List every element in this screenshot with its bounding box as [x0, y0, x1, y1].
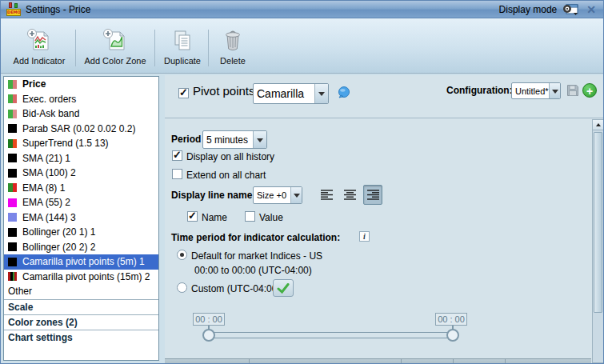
save-configuration-icon[interactable] — [566, 84, 579, 100]
toolbar-separator — [75, 30, 76, 66]
indicator-settings-panel: Pivot points Camarilla Configuration: Un… — [165, 75, 603, 363]
info-icon[interactable]: i — [359, 231, 370, 242]
indicator-color-icon — [8, 213, 17, 222]
sidebar-item[interactable]: Exec. orders — [4, 92, 158, 107]
slider-start-handle[interactable] — [202, 329, 215, 342]
custom-time-label: Custom (UTC-04:00) — [191, 283, 280, 294]
add-configuration-button[interactable] — [582, 83, 597, 98]
sidebar-item-label: SuperTrend (1.5 13) — [22, 138, 109, 149]
chevron-down-icon[interactable] — [290, 187, 302, 203]
toolbar-separator — [208, 30, 209, 66]
sidebar-item[interactable]: EMA (8) 1 — [4, 181, 158, 196]
indicator-color-icon — [8, 198, 17, 207]
default-market-hours: 00:00 to 00:00 (UTC-04:00) — [194, 265, 312, 276]
add-indicator-button[interactable]: Add Indicator — [7, 22, 71, 70]
scrollbar-up-button[interactable] — [593, 120, 603, 130]
indicator-color-icon — [8, 242, 17, 251]
sidebar-item[interactable]: EMA (144) 3 — [4, 210, 158, 226]
indicator-color-icon — [8, 228, 17, 237]
indicator-color-icon — [8, 169, 17, 178]
indicator-list-panel: PriceExec. ordersBid-Ask bandParab SAR (… — [3, 76, 159, 361]
pivot-type-select[interactable]: Camarilla — [253, 83, 329, 104]
title-bar: DEMO Settings - Price Display mode ✕ — [1, 1, 603, 18]
settings-window: DEMO Settings - Price Display mode ✕ — [0, 0, 604, 364]
delete-button[interactable]: Delete — [212, 22, 254, 70]
sidebar-item[interactable]: SMA (21) 1 — [4, 151, 158, 166]
close-icon[interactable]: ✕ — [585, 4, 598, 15]
align-left-button[interactable] — [317, 185, 336, 205]
sidebar-item[interactable]: Bollinger (20 2) 2 — [4, 240, 158, 255]
sidebar-section-color-zones-2-[interactable]: Color zones (2) — [4, 314, 158, 330]
chevron-down-icon[interactable] — [253, 131, 266, 148]
duplicate-icon — [170, 22, 194, 54]
indicator-color-icon — [8, 80, 17, 89]
duplicate-button[interactable]: Duplicate — [160, 22, 205, 70]
comment-balloon-icon[interactable] — [338, 86, 350, 102]
sidebar-item-label: Bollinger (20 2) 2 — [22, 242, 95, 253]
sidebar-section-chart-settings[interactable]: Chart settings — [4, 330, 158, 345]
value-checkbox[interactable] — [245, 211, 255, 222]
sidebar-item[interactable]: Bollinger (20 1) 1 — [4, 225, 158, 240]
font-size-value: Size +0 — [254, 190, 290, 200]
slider-end-handle[interactable] — [446, 329, 459, 342]
slider-start-time[interactable]: 00 : 00 — [193, 313, 225, 326]
add-color-zone-button[interactable]: Add Color Zone — [82, 22, 149, 70]
sidebar-item-label: Bid-Ask band — [22, 108, 79, 119]
sidebar-item[interactable]: Camarilla pivot points (15m) 2 — [4, 270, 158, 285]
sidebar-item[interactable]: Bid-Ask band — [4, 106, 158, 122]
display-mode-icon[interactable] — [562, 3, 579, 16]
period-select[interactable]: 5 minutes — [202, 130, 267, 149]
font-size-select[interactable]: Size +0 — [253, 186, 302, 204]
apply-custom-time-button[interactable] — [273, 279, 294, 297]
slider-track — [209, 332, 453, 338]
sidebar-item-label: EMA (144) 3 — [22, 212, 76, 223]
toolbar-separator — [154, 30, 155, 66]
pivot-type-value: Camarilla — [254, 87, 314, 100]
name-checkbox-label: Name — [202, 212, 227, 223]
indicator-color-icon — [8, 272, 17, 281]
align-center-button[interactable] — [340, 185, 359, 205]
display-line-name-label: Display line name — [171, 190, 252, 201]
sidebar-item[interactable]: SMA (100) 2 — [4, 166, 158, 181]
configuration-value: Untitled* — [512, 86, 549, 96]
slider-end-time[interactable]: 00 : 00 — [435, 313, 467, 326]
period-value: 5 minutes — [203, 134, 253, 146]
indicator-color-icon — [8, 110, 17, 118]
sidebar-item-label: Other — [8, 286, 32, 297]
extend-chart-checkbox[interactable] — [172, 169, 182, 179]
pivot-points-title: Pivot points — [193, 84, 255, 98]
sidebar-item-label: SMA (21) 1 — [22, 153, 70, 164]
name-checkbox[interactable] — [187, 211, 198, 222]
sidebar-item-label: SMA (100) 2 — [22, 167, 76, 178]
scrollbar-thumb[interactable] — [594, 132, 602, 313]
demo-app-icon: DEMO — [6, 2, 21, 16]
sidebar-item-label: EMA (55) 2 — [22, 197, 70, 208]
pivot-points-checkbox[interactable] — [178, 88, 189, 98]
sidebar-item-label: Camarilla pivot points (5m) 1 — [22, 256, 145, 267]
delete-label: Delete — [220, 56, 246, 66]
chevron-down-icon[interactable] — [314, 84, 328, 103]
sidebar-item[interactable]: SuperTrend (1.5 13) — [4, 136, 158, 151]
default-market-radio[interactable] — [177, 250, 187, 260]
sidebar-item-label: Bollinger (20 1) 1 — [22, 226, 95, 238]
sidebar-item[interactable]: Camarilla pivot points (5m) 1 — [4, 254, 158, 270]
sidebar-item[interactable]: Other — [4, 284, 158, 299]
sidebar-section-scale[interactable]: Scale — [4, 299, 158, 314]
extend-chart-label: Extend on all chart — [186, 170, 266, 181]
configuration-label: Configuration: — [446, 85, 513, 96]
indicator-list: PriceExec. ordersBid-Ask bandParab SAR (… — [4, 77, 158, 299]
sidebar-item[interactable]: Price — [4, 77, 158, 92]
indicator-color-icon — [8, 94, 17, 103]
align-right-button[interactable] — [363, 185, 382, 205]
sidebar-item[interactable]: Parab SAR (0.02 0.02 0.2) — [4, 122, 158, 137]
indicator-color-icon — [8, 154, 17, 162]
display-history-label: Display on all history — [186, 151, 274, 162]
custom-time-radio[interactable] — [177, 282, 187, 293]
chevron-down-icon[interactable] — [549, 83, 560, 98]
display-mode-label: Display mode — [499, 4, 558, 15]
sidebar-item[interactable]: EMA (55) 2 — [4, 195, 158, 210]
sidebar-item-label: Exec. orders — [22, 94, 76, 105]
display-history-checkbox[interactable] — [172, 150, 182, 161]
header-separator — [165, 118, 603, 118]
configuration-select[interactable]: Untitled* — [511, 82, 561, 99]
